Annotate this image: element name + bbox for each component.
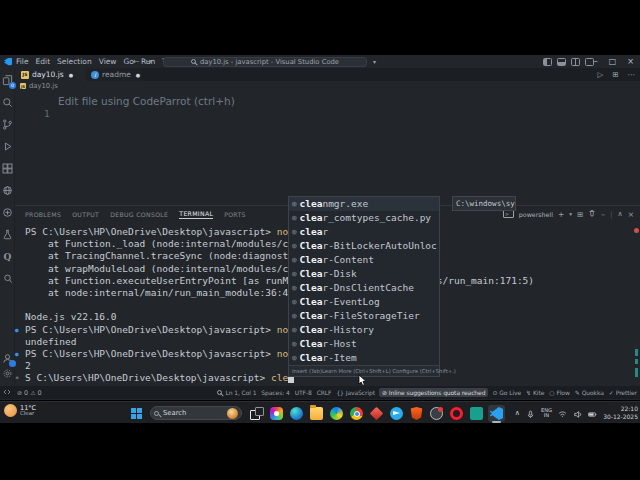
symbol-icon: ◎ [292,351,297,365]
status-search-icon[interactable] [217,390,222,395]
maximize-button[interactable]: □ [609,57,617,66]
status-language-mode[interactable]: {}JavaScript [335,389,376,396]
edge-icon[interactable] [288,405,305,422]
customize-layout-icon[interactable] [585,58,594,66]
shell-label[interactable]: powershell [519,211,553,218]
more-actions-icon[interactable]: ⋯ [628,70,636,79]
tab-readme[interactable]: i readme ● [85,68,141,81]
status-encoding[interactable]: UTF-8 [294,389,313,396]
source-control-icon[interactable] [1,118,14,131]
suggestion-item[interactable]: ◎Clear-Disk [289,267,439,281]
menu-selection[interactable]: Selection [57,57,92,66]
status-go-live[interactable]: ⊙Go Live [491,389,522,396]
status-inline-suggestions[interactable]: ⊘Inline suggestions quota reached [379,388,488,397]
minimize-panel-icon[interactable]: – [601,210,605,219]
language-indicator[interactable]: ENGIN [541,408,552,418]
extensions-icon[interactable] [1,162,14,175]
terminal-dropdown-icon[interactable]: ▾ [569,211,572,217]
windows-start-button[interactable] [131,408,142,419]
battery-icon[interactable] [588,404,597,423]
suggestion-item[interactable]: ◎Clear-History [289,323,439,337]
file-explorer-icon[interactable] [308,405,325,422]
menu-file[interactable]: File [16,57,29,66]
menu-edit[interactable]: Edit [36,57,51,66]
remote-explorer-icon[interactable] [1,206,14,219]
brave-icon[interactable] [408,405,425,422]
braces-icon: {} [336,389,343,396]
panel-tab-debug-console[interactable]: DEBUG CONSOLE [110,211,168,218]
telegram-icon[interactable] [388,405,405,422]
nav-back-icon[interactable]: ← [133,57,140,66]
command-center-caret-icon[interactable]: ▾ [373,58,376,65]
swirl-icon[interactable] [328,405,345,422]
suggestion-item[interactable]: ◎Clear-DnsClientCache [289,281,439,295]
suggestion-item[interactable]: ◎Clear-BitLockerAutoUnloc [289,239,439,253]
photos-icon[interactable] [268,405,285,422]
vscode-icon[interactable] [488,405,505,422]
status-flow[interactable]: ○Flow [548,389,570,396]
status-cursor-position[interactable]: Ln 1, Col 1 [225,389,258,396]
breadcrumb[interactable]: JS day10.js [20,81,58,91]
dev-icon[interactable] [468,405,485,422]
panel-tab-ports[interactable]: PORTS [224,211,246,218]
close-button[interactable]: × [627,57,634,66]
command-center-search[interactable]: day10.js - javascript - Visual Studio Co… [163,57,367,67]
suggestion-item[interactable]: ◎Clear-EventLog [289,295,439,309]
tray-chevron-icon[interactable]: ∧ [515,409,520,417]
toggle-sidebar-icon[interactable] [543,58,552,66]
title-bar: FileEditSelectionViewGoRunTerminalHelp ←… [0,55,640,68]
status-eol[interactable]: CRLF [316,389,333,396]
toggle-panel-icon[interactable] [557,58,566,66]
nav-forward-icon[interactable]: → [146,57,153,66]
menu-view[interactable]: View [99,57,117,66]
learn-more-hint[interactable]: Learn More (Ctrl+Shift+L) Configure (Ctr… [322,366,456,376]
recorder-icon[interactable] [428,405,445,422]
task-view-icon[interactable] [248,405,265,422]
status-quokka[interactable]: ✎Quokka [574,389,605,396]
suggestion-item[interactable]: ◎Clear-FileStorageTier [289,309,439,323]
terminal-text: PS C:\Users\HP\OneDrive\Desktop\javascri… [25,226,277,237]
weather-widget[interactable]: 11°C Clear [4,404,36,417]
live-share-icon[interactable] [1,184,14,197]
maximize-panel-icon[interactable]: ∧ [618,210,623,218]
breadcrumb-item[interactable]: day10.js [29,82,58,90]
status-kite[interactable]: ↯Kite [525,389,545,396]
taskbar-search[interactable]: Search [150,406,242,420]
split-editor-icon[interactable]: ⊞ [612,70,618,79]
tab-day10js[interactable]: JS day10.js ● [15,68,85,81]
close-panel-icon[interactable]: × [628,210,634,219]
toggle-secondary-sidebar-icon[interactable] [571,58,580,66]
red-diamond-icon[interactable] [368,405,385,422]
run-file-icon[interactable]: ▷ [597,70,603,79]
new-terminal-icon[interactable]: + [558,210,564,219]
search-sidebar-icon[interactable] [1,96,14,109]
status-prettier[interactable]: ✓Prettier [608,389,638,396]
run-debug-icon[interactable] [1,140,14,153]
kill-terminal-icon[interactable] [588,209,596,219]
modified-dot-icon[interactable]: ● [136,72,140,78]
suggestion-item[interactable]: ◎clear_comtypes_cache.py [289,211,439,225]
modified-dot-icon[interactable]: ● [69,72,73,78]
chrome-icon[interactable] [348,405,365,422]
suggestion-item[interactable]: ◎Clear-Content [289,253,439,267]
symbol-icon: ◎ [292,239,297,253]
microphone-icon[interactable] [526,404,535,423]
suggestion-item[interactable]: ◎Clear-Item [289,351,439,365]
panel-tab-output[interactable]: OUTPUT [72,211,99,218]
minimize-button[interactable]: – [594,57,598,66]
opera-icon[interactable] [448,405,465,422]
remote-indicator-icon[interactable] [3,388,11,398]
split-terminal-icon[interactable]: ⊞ [577,210,583,219]
panel-tab-terminal[interactable]: TERMINAL [179,210,213,219]
search-icon [191,59,196,64]
panel-tab-problems[interactable]: PROBLEMS [25,211,61,218]
clock[interactable]: 22:10 30-12-2025 [603,405,638,421]
explorer-icon[interactable]: 0 [1,74,14,87]
volume-icon[interactable] [573,404,582,423]
wifi-icon[interactable] [558,404,567,423]
status-indentation[interactable]: Spaces: 4 [260,389,290,396]
problems-status[interactable]: ⊘ 0 ⚠ 0 [16,389,43,397]
suggestion-item[interactable]: ◎clear [289,225,439,239]
suggestion-item[interactable]: ◎cleanmgr.exe [289,197,439,211]
suggestion-item[interactable]: ◎Clear-Host [289,337,439,351]
